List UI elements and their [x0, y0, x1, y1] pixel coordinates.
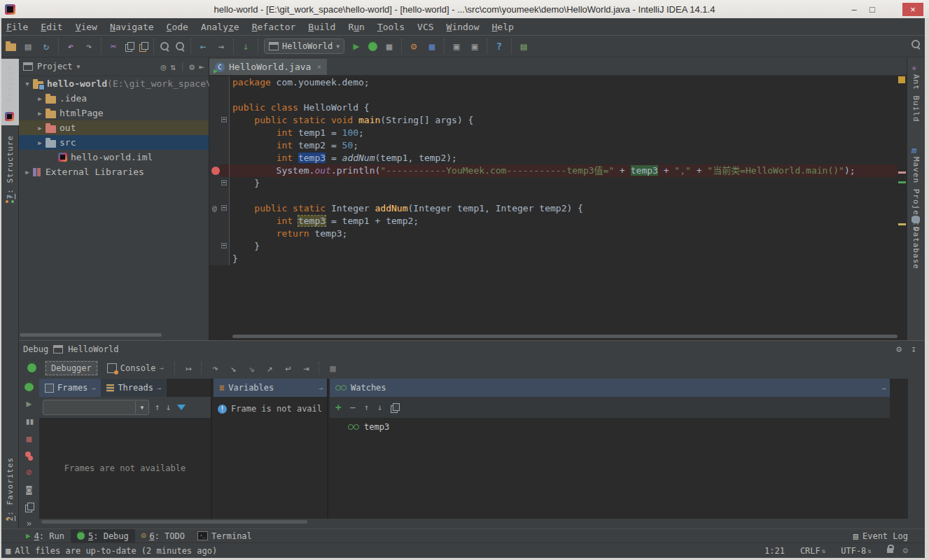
save-and-run-icon[interactable]: ▤	[517, 40, 530, 52]
gutter-cell[interactable]	[209, 227, 230, 240]
frame-up-icon[interactable]: ↑	[155, 402, 160, 412]
gutter-cell[interactable]	[209, 114, 230, 127]
restore-layout-icon[interactable]	[25, 503, 34, 511]
chevron-down-icon[interactable]: ▼	[77, 64, 81, 70]
mute-breakpoints-icon[interactable]: ⊘	[27, 468, 32, 477]
watch-item[interactable]: temp3	[348, 422, 890, 432]
tree-item-src[interactable]: ▶src	[19, 135, 209, 150]
toolwindow-button-todo[interactable]: ☺ 6: TODO	[135, 529, 191, 543]
remove-watch-icon[interactable]: −	[349, 402, 355, 413]
close-button[interactable]: ×	[902, 3, 923, 16]
menu-tools[interactable]: Tools	[371, 22, 411, 32]
toolwindow-button-structure[interactable]: 7: Structure	[1, 129, 19, 206]
menu-navigate[interactable]: Navigate	[104, 22, 160, 32]
duplicate-watch-icon[interactable]	[391, 403, 399, 412]
code-area[interactable]: package com.youmeek.demo;public class He…	[209, 76, 897, 265]
stripe-mark[interactable]	[898, 172, 906, 174]
hide-panel-icon[interactable]: ↧	[911, 344, 916, 354]
run-icon[interactable]: ▶	[350, 40, 363, 52]
debug-hscrollbar[interactable]	[41, 520, 307, 524]
tree-item--idea[interactable]: ▶.idea	[19, 91, 209, 106]
move-up-icon[interactable]: ↑	[364, 402, 369, 412]
hector-icon[interactable]: ☺	[903, 546, 908, 556]
toolwindow-button-database[interactable]: Database	[911, 227, 921, 270]
replace-icon[interactable]	[175, 41, 185, 51]
tree-item-external-libraries[interactable]: ▶External Libraries	[19, 164, 209, 179]
gutter-cell[interactable]	[209, 89, 230, 102]
fold-marker-icon[interactable]	[221, 180, 227, 186]
watches-header[interactable]: Watches →	[330, 379, 890, 397]
toolwindow-button-favorites[interactable]: 2: Favorites	[1, 451, 19, 528]
variables-header[interactable]: ≡ Variables →	[214, 379, 327, 397]
more-icon[interactable]: »	[27, 519, 32, 528]
gutter-cell[interactable]	[209, 164, 230, 177]
menu-window[interactable]: Window	[440, 22, 486, 32]
menu-vcs[interactable]: VCS	[411, 22, 440, 32]
gutter-cell[interactable]	[209, 76, 230, 89]
back-icon[interactable]: ←	[197, 40, 209, 52]
gutter-cell[interactable]	[209, 139, 230, 152]
project-structure-icon[interactable]: ▦	[426, 40, 438, 52]
toolwindow-button-debug[interactable]: 5: Debug	[71, 529, 135, 543]
synchronize-icon[interactable]: ↻	[40, 40, 53, 52]
editor-hscrollbar[interactable]	[232, 335, 897, 338]
run-configuration-select[interactable]: HelloWorld ▼	[264, 38, 344, 54]
toggle-toolwindows-icon[interactable]: ▦	[6, 546, 11, 556]
menu-help[interactable]: Help	[486, 22, 520, 32]
menu-refactor[interactable]: Refactor	[246, 22, 302, 32]
show-execution-point-icon[interactable]: ↦	[181, 363, 196, 374]
gutter-cell[interactable]	[209, 177, 230, 190]
tab-threads[interactable]: Threads →	[101, 379, 167, 397]
thread-select[interactable]: ▼	[43, 400, 149, 415]
breakpoint-icon[interactable]	[211, 167, 220, 175]
move-down-icon[interactable]: ↓	[377, 402, 382, 412]
gear-icon[interactable]: ⚙	[896, 344, 902, 354]
inspection-status-icon[interactable]	[898, 76, 905, 83]
step-into-icon[interactable]: ↘	[225, 363, 241, 374]
gutter-cell[interactable]	[209, 102, 230, 114]
gutter-cell[interactable]	[209, 215, 230, 227]
view-breakpoints-icon[interactable]	[25, 451, 34, 460]
stripe-mark[interactable]	[898, 181, 906, 183]
menu-edit[interactable]: Edit	[34, 22, 69, 32]
settings-icon[interactable]: ⚙	[407, 40, 420, 52]
line-separator-select[interactable]: CRLF⇅	[795, 546, 831, 556]
menu-build[interactable]: Build	[302, 22, 342, 32]
editor-tab[interactable]: C HelloWorld.java ×	[209, 59, 327, 75]
gutter-cell[interactable]	[209, 240, 230, 253]
debug-icon[interactable]	[368, 42, 377, 51]
stripe-mark[interactable]	[898, 223, 906, 225]
error-stripe[interactable]	[897, 76, 907, 335]
find-icon[interactable]	[160, 41, 169, 51]
tree-expand-arrow[interactable]: ▶	[34, 110, 46, 117]
caret-position[interactable]: 1:21	[759, 546, 790, 556]
open-icon[interactable]	[6, 43, 16, 51]
frame-down-icon[interactable]: ↓	[166, 402, 172, 412]
toolwindow-button-run[interactable]: ▶ 4: Run	[20, 529, 71, 543]
fold-marker-icon[interactable]	[221, 205, 227, 211]
drop-frame-icon[interactable]: ↩	[280, 363, 295, 374]
sync-android-icon[interactable]: ▣	[450, 40, 463, 52]
maximize-button[interactable]: □	[863, 3, 881, 16]
android-device-icon[interactable]: ▣	[468, 40, 481, 52]
rerun-debug-icon[interactable]	[25, 383, 34, 391]
collapse-all-icon[interactable]: ⇤	[199, 62, 204, 72]
force-step-into-icon[interactable]: ⇘	[244, 363, 259, 374]
gutter-cell[interactable]	[209, 253, 230, 265]
tree-expand-arrow[interactable]: ▶	[34, 125, 46, 132]
stop-icon[interactable]: ■	[325, 363, 340, 374]
copy-icon[interactable]	[125, 42, 134, 51]
gutter-cell[interactable]: @	[209, 202, 230, 215]
gutter-cell[interactable]	[209, 190, 230, 202]
fold-marker-icon[interactable]	[221, 117, 227, 122]
filter-icon[interactable]	[177, 405, 186, 410]
project-panel-title[interactable]: Project	[37, 62, 73, 71]
encoding-select[interactable]: UTF-8⇅	[835, 546, 877, 556]
gutter-cell[interactable]	[209, 127, 230, 139]
menu-run[interactable]: Run	[342, 22, 370, 32]
chevron-down-icon[interactable]: ▼	[135, 401, 148, 414]
gutter-cell[interactable]	[209, 152, 230, 164]
locate-file-icon[interactable]: ◎	[160, 62, 166, 72]
thread-dump-icon[interactable]: ◙	[27, 485, 32, 495]
forward-icon[interactable]: →	[215, 40, 228, 52]
